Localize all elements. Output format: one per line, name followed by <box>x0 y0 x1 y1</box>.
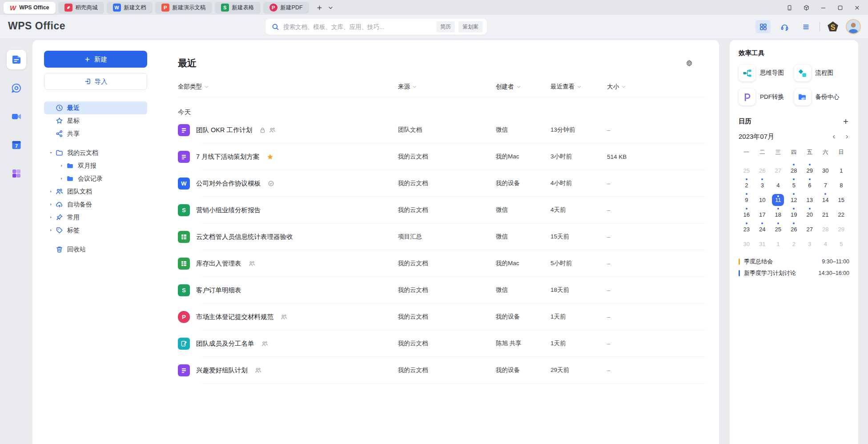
file-name[interactable]: 市场主体登记提交材料规范 <box>196 313 273 321</box>
calendar-day-11[interactable]: 11 <box>770 193 786 207</box>
file-row[interactable]: 云文档管人员信息统计表理器验收项目汇总微信15天前– <box>178 223 706 250</box>
calendar-day-3[interactable]: 3 <box>755 178 771 193</box>
calendar-day-5[interactable]: 5 <box>833 237 849 251</box>
sidebar-item-自动备份[interactable]: 自动备份 <box>44 198 147 211</box>
calendar-day-24[interactable]: 24 <box>755 222 771 237</box>
calendar-day-4[interactable]: 4 <box>770 178 786 193</box>
file-row[interactable]: 7 月线下活动策划方案我的云文档我的Mac3小时前514 KB <box>178 143 706 170</box>
headset-support-icon[interactable] <box>777 20 792 33</box>
calendar-day-31[interactable]: 31 <box>755 237 771 251</box>
tool-思维导图[interactable]: 思维导图 <box>739 65 794 81</box>
calendar-day-8[interactable]: 8 <box>833 178 849 193</box>
file-name[interactable]: 客户订单明细表 <box>196 286 241 295</box>
tab-新建PDF[interactable]: P新建PDF <box>263 2 309 14</box>
calendar-day-27[interactable]: 27 <box>802 222 818 237</box>
rail-item-chat[interactable] <box>7 78 26 98</box>
calendar-day-3[interactable]: 3 <box>802 237 818 251</box>
filter-来源[interactable]: 来源 <box>398 83 496 91</box>
filter-大小[interactable]: 大小 <box>607 83 706 91</box>
file-row[interactable]: S营销小组业绩分析报告我的云文档微信4天前– <box>178 197 706 223</box>
calendar-day-30[interactable]: 30 <box>739 237 755 251</box>
sidebar-item-回收站[interactable]: 回收站 <box>44 243 147 256</box>
tool-流程图[interactable]: 流程图 <box>794 65 850 81</box>
settings-gear-icon[interactable] <box>685 59 693 67</box>
sidebar-item-星标[interactable]: 星标 <box>44 114 147 127</box>
expand-right-icon[interactable] <box>47 228 55 232</box>
expand-right-icon[interactable] <box>47 202 55 206</box>
calendar-day-27[interactable]: 27 <box>770 163 786 178</box>
sidebar-item-团队文档[interactable]: 团队文档 <box>44 185 147 198</box>
calendar-day-13[interactable]: 13 <box>802 193 818 207</box>
expand-right-icon[interactable] <box>57 177 65 181</box>
filter-创建者[interactable]: 创建者 <box>496 83 551 91</box>
calendar-day-15[interactable]: 15 <box>833 193 849 207</box>
expand-right-icon[interactable] <box>47 215 55 219</box>
calendar-day-9[interactable]: 9 <box>739 193 755 207</box>
calendar-day-19[interactable]: 19 <box>786 207 802 222</box>
file-name[interactable]: 云文档管人员信息统计表理器验收 <box>196 233 293 241</box>
file-row[interactable]: 库存出入管理表我的云文档我的Mac5小时前– <box>178 250 706 277</box>
event-新季度学习计划讨论[interactable]: 新季度学习计划讨论14:30–16:00 <box>739 267 849 279</box>
sidebar-item-最近[interactable]: 最近 <box>44 101 147 114</box>
calendar-day-29[interactable]: 29 <box>802 163 818 178</box>
event-季度总结会[interactable]: 季度总结会9:30–11:00 <box>739 256 849 267</box>
rail-item-meeting[interactable] <box>7 107 26 126</box>
file-row[interactable]: 兴趣爱好组队计划我的云文档我的设备29天前– <box>178 357 706 383</box>
expand-right-icon[interactable] <box>57 164 65 168</box>
tab-新建表格[interactable]: S新建表格 <box>215 2 261 14</box>
file-name[interactable]: 营销小组业绩分析报告 <box>196 206 261 214</box>
calendar-day-29[interactable]: 29 <box>833 222 849 237</box>
calendar-day-5[interactable]: 5 <box>786 178 802 193</box>
calendar-day-16[interactable]: 16 <box>739 207 755 222</box>
sidebar-item-标签[interactable]: 标签 <box>44 224 147 237</box>
calendar-day-12[interactable]: 12 <box>786 193 802 207</box>
sidebar-item-我的云文档[interactable]: 我的云文档 <box>44 146 147 159</box>
minimize-button[interactable] <box>816 2 830 13</box>
file-row[interactable]: P市场主体登记提交材料规范我的云文档我的设备1天前– <box>178 303 706 330</box>
calendar-next-icon[interactable] <box>844 134 849 139</box>
expand-down-icon[interactable] <box>47 151 55 155</box>
global-search[interactable]: 简历 策划案 <box>265 19 487 35</box>
file-name[interactable]: 团队成员及分工名单 <box>196 339 254 348</box>
file-name[interactable]: 库存出入管理表 <box>196 259 241 268</box>
file-name[interactable]: 团队 OKR 工作计划 <box>196 126 252 134</box>
new-tab-button[interactable] <box>316 4 323 11</box>
workspace-box-icon[interactable] <box>800 2 813 13</box>
calendar-day-14[interactable]: 14 <box>818 193 834 207</box>
calendar-day-22[interactable]: 22 <box>833 207 849 222</box>
search-input[interactable] <box>283 24 433 30</box>
filter-最近查看[interactable]: 最近查看 <box>551 83 607 91</box>
tab-新建文档[interactable]: W新建文档 <box>107 2 153 14</box>
calendar-day-21[interactable]: 21 <box>818 207 834 222</box>
svip-membership-badge[interactable]: S <box>826 20 840 33</box>
mobile-link-icon[interactable] <box>783 2 796 13</box>
calendar-day-7[interactable]: 7 <box>818 178 834 193</box>
tool-备份中心[interactable]: 备份中心 <box>794 89 850 105</box>
calendar-day-25[interactable]: 25 <box>739 163 755 178</box>
rail-item-calendar[interactable]: 7 <box>7 135 26 155</box>
calendar-day-2[interactable]: 2 <box>786 237 802 251</box>
import-button[interactable]: 导入 <box>44 73 147 90</box>
tool-PDF转换[interactable]: PDF转换 <box>739 89 794 105</box>
file-name[interactable]: 兴趣爱好组队计划 <box>196 366 248 375</box>
tab-list-dropdown[interactable] <box>327 4 335 11</box>
expand-right-icon[interactable] <box>47 190 55 194</box>
calendar-day-26[interactable]: 26 <box>786 222 802 237</box>
calendar-day-1[interactable]: 1 <box>833 163 849 178</box>
calendar-day-10[interactable]: 10 <box>755 193 771 207</box>
calendar-day-25[interactable]: 25 <box>770 222 786 237</box>
calendar-day-6[interactable]: 6 <box>802 178 818 193</box>
rail-item-docs[interactable] <box>7 50 26 69</box>
calendar-day-23[interactable]: 23 <box>739 222 755 237</box>
calendar-day-30[interactable]: 30 <box>818 163 834 178</box>
new-document-button[interactable]: 新建 <box>44 51 147 68</box>
calendar-prev-icon[interactable] <box>832 134 836 139</box>
search-tag-plan[interactable]: 策划案 <box>458 21 482 32</box>
calendar-day-28[interactable]: 28 <box>786 163 802 178</box>
rail-item-apps[interactable] <box>7 164 26 183</box>
sidebar-item-双月报[interactable]: 双月报 <box>44 159 147 172</box>
file-row[interactable]: W公司对外合作协议模板我的云文档我的设备4小时前– <box>178 170 706 197</box>
file-row[interactable]: S客户订单明细表我的云文档微信18天前– <box>178 277 706 303</box>
file-row[interactable]: 团队成员及分工名单我的云文档陈旭 共享1天前– <box>178 330 706 357</box>
file-name[interactable]: 公司对外合作协议模板 <box>196 179 261 188</box>
